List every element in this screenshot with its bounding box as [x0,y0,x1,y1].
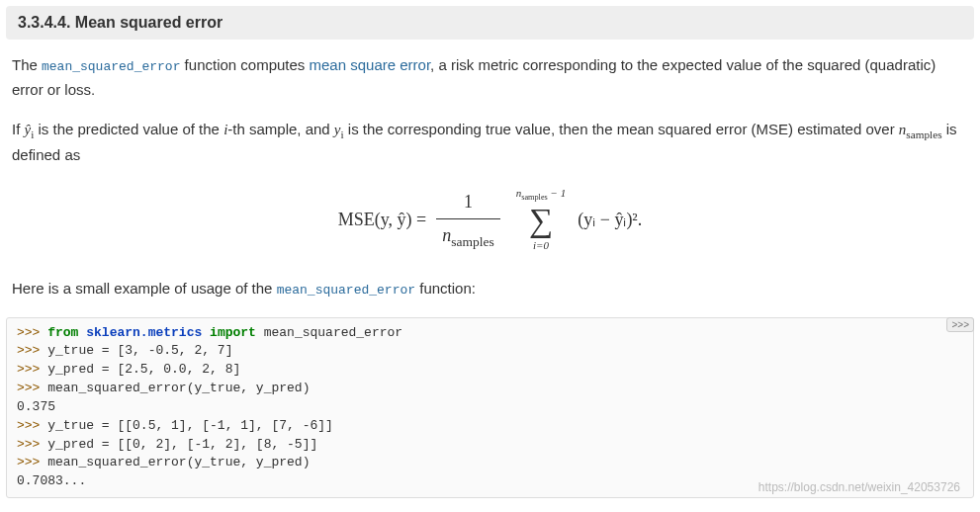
inline-code-fn-2: mean_squared_error [277,283,415,298]
math-yhat: ŷi [25,122,35,137]
intro-paragraph: The mean_squared_error function computes… [12,53,968,102]
sigma-lower: i=0 [533,237,549,255]
code-line: y_true = [[0.5, 1], [-1, 1], [7, -6]] [47,418,333,433]
def-t4: is the corresponding true value, then th… [344,121,899,137]
kw-import: import [210,325,256,340]
code-line: y_true = [3, -0.5, 2, 7] [47,343,232,358]
formula-term: (yᵢ − ŷᵢ)². [578,206,642,234]
prompt: >>> [17,437,47,452]
prompt: >>> [17,381,47,395]
def-t3: -th sample, and [227,121,334,137]
prompt: >>> [17,418,47,433]
copy-button[interactable]: >>> [946,317,974,332]
prompt: >>> [17,455,47,469]
mean-square-error-link[interactable]: mean square error [310,56,431,73]
prompt: >>> [17,343,47,358]
def-t2: is the predicted value of the [34,121,223,137]
mse-formula: MSE(y, ŷ) = 1 nsamples nsamples − 1 ∑ i=… [12,185,968,255]
module: sklearn.metrics [86,325,202,340]
prompt: >>> [17,362,47,377]
definition-paragraph: If ŷi is the predicted value of the i-th… [12,118,968,167]
intro-text-1: The [12,56,42,73]
code-block: >>> from sklearn.metrics import mean_squ… [6,317,974,499]
ex-t1: Here is a small example of usage of the [12,280,277,297]
import-rest: mean_squared_error [256,325,402,340]
content: The mean_squared_error function computes… [0,53,980,301]
sigma-symbol: ∑ [529,204,553,237]
formula-sigma: nsamples − 1 ∑ i=0 [516,185,567,255]
code-line: mean_squared_error(y_true, y_pred) [47,381,310,395]
code-block-wrap: >>> >>> from sklearn.metrics import mean… [6,317,974,499]
ex-t2: function: [415,280,476,297]
code-output: 0.7083... [17,473,86,488]
code-line: y_pred = [2.5, 0.0, 2, 8] [47,362,240,377]
section-title: 3.3.4.4. Mean squared error [18,14,223,31]
inline-code-fn: mean_squared_error [42,59,180,74]
fraction-denominator: nsamples [436,219,500,252]
formula-fraction: 1 nsamples [436,188,500,252]
code-line: mean_squared_error(y_true, y_pred) [47,455,310,469]
example-intro: Here is a small example of usage of the … [12,277,968,301]
code-output: 0.375 [17,399,55,414]
section-header: 3.3.4.4. Mean squared error [6,6,974,40]
prompt: >>> [17,325,47,340]
math-yi: yi [334,122,344,137]
math-nsamples: nsamples [899,122,942,137]
code-line: y_pred = [[0, 2], [-1, 2], [8, -5]] [47,437,317,452]
fraction-numerator: 1 [458,188,479,218]
intro-text-2: function computes [180,56,309,73]
def-t1: If [12,121,25,137]
formula-lhs: MSE(y, ŷ) = [338,206,426,234]
kw-from: from [47,325,78,340]
